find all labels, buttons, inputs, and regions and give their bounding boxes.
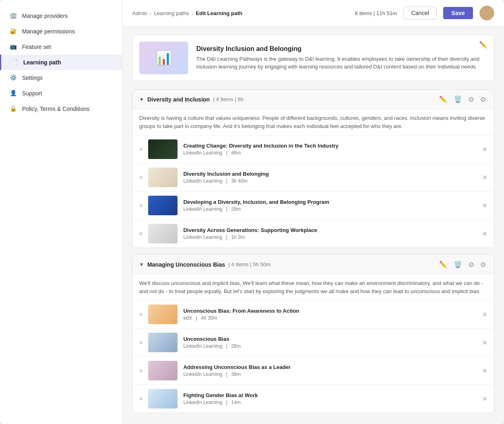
course-duration: 1h 3m bbox=[231, 234, 244, 240]
sidebar-item-label: Manage providers bbox=[22, 13, 68, 19]
feature-set-icon: 📺 bbox=[10, 43, 17, 51]
drag-handle[interactable]: ≡ bbox=[139, 339, 142, 346]
drag-handle[interactable]: ≡ bbox=[139, 311, 142, 318]
section-meta-managing-unconscious-bias: | 4 Items | 5h 50m bbox=[228, 261, 271, 267]
sidebar-item-label: Manage permissions bbox=[22, 28, 75, 35]
delete-icon-managing-unconscious-bias[interactable]: 🗑️ bbox=[452, 260, 464, 269]
course-title: Fighting Gender Bias at Work bbox=[183, 392, 476, 398]
breadcrumb-sep2: › bbox=[191, 10, 193, 16]
remove-course-button[interactable]: ✕ bbox=[482, 174, 487, 181]
drag-handle[interactable]: ≡ bbox=[139, 174, 142, 181]
breadcrumb-admin[interactable]: Admin bbox=[132, 10, 147, 16]
course-duration: 4h 30m bbox=[201, 315, 217, 321]
down-icon-managing-unconscious-bias[interactable]: ⊙ bbox=[479, 260, 487, 269]
course-row: ≡ Diversity Across Generations: Supporti… bbox=[133, 220, 494, 247]
breadcrumb: Admin › Learning paths › Edit Learning p… bbox=[132, 10, 242, 16]
course-subtitle: edX | 4h 30m bbox=[183, 315, 476, 321]
sidebar-item-feature-set[interactable]: 📺 Feature set bbox=[0, 39, 122, 55]
section-title-diversity-inclusion: Diversity and Inclusion bbox=[147, 96, 210, 103]
edit-icon-diversity-inclusion[interactable]: ✏️ bbox=[437, 95, 449, 104]
sidebar-item-manage-providers[interactable]: 🏢 Manage providers bbox=[0, 8, 122, 24]
section-header-managing-unconscious-bias: ▼ Managing Unconscious Bias | 4 Items | … bbox=[133, 255, 494, 274]
course-title: Unconscious Bias: From Awareness to Acti… bbox=[183, 308, 476, 314]
collapse-icon-managing-unconscious-bias[interactable]: ▼ bbox=[139, 262, 144, 267]
remove-course-button[interactable]: ✕ bbox=[482, 339, 487, 347]
course-duration: 28m bbox=[231, 343, 240, 349]
course-subtitle: LinkedIn Learning | 1h 3m bbox=[183, 234, 476, 240]
remove-course-button[interactable]: ✕ bbox=[482, 395, 487, 403]
manage-permissions-icon: 🔐 bbox=[10, 28, 17, 35]
section-header-left: ▼ Managing Unconscious Bias | 4 Items | … bbox=[139, 261, 271, 268]
drag-handle[interactable]: ≡ bbox=[139, 367, 142, 374]
course-row: ≡ Creating Change: Diversity and Inclusi… bbox=[133, 135, 494, 163]
section-meta-diversity-inclusion: | 4 Items | 6h bbox=[213, 96, 244, 102]
course-info: Creating Change: Diversity and Inclusion… bbox=[183, 143, 476, 156]
course-title: Creating Change: Diversity and Inclusion… bbox=[183, 143, 476, 149]
course-provider: LinkedIn Learning bbox=[183, 371, 222, 377]
course-info: Diversity Across Generations: Supporting… bbox=[183, 227, 476, 240]
course-duration: 14m bbox=[231, 400, 240, 405]
course-row: ≡ Unconscious Bias LinkedIn Learning | 2… bbox=[133, 329, 494, 357]
sidebar-item-support[interactable]: 👤 Support bbox=[0, 86, 122, 101]
drag-handle[interactable]: ≡ bbox=[139, 202, 142, 209]
course-provider: LinkedIn Learning bbox=[183, 150, 222, 156]
hero-edit-button[interactable]: ✏️ bbox=[479, 41, 487, 49]
section-title-managing-unconscious-bias: Managing Unconscious Bias bbox=[147, 261, 225, 268]
save-button[interactable]: Save bbox=[443, 7, 473, 19]
edit-icon-managing-unconscious-bias[interactable]: ✏️ bbox=[437, 260, 449, 269]
course-info: Unconscious Bias LinkedIn Learning | 28m bbox=[183, 336, 476, 349]
breadcrumb-learning-paths[interactable]: Learning paths bbox=[154, 10, 189, 16]
cancel-button[interactable]: Cancel bbox=[404, 7, 437, 20]
course-thumbnail bbox=[148, 361, 178, 380]
remove-course-button[interactable]: ✕ bbox=[482, 367, 487, 375]
course-info: Developing a Diversity, Inclusion, and B… bbox=[183, 199, 476, 212]
sidebar-item-learning-path[interactable]: 📄 Learning path bbox=[0, 55, 122, 70]
section-header-left: ▼ Diversity and Inclusion | 4 Items | 6h bbox=[139, 96, 244, 103]
drag-handle[interactable]: ≡ bbox=[139, 395, 142, 402]
section-actions-diversity-inclusion: ✏️ 🗑️ ⊙ ⊙ bbox=[437, 95, 487, 104]
sidebar-item-policy[interactable]: 🔒 Policy, Terms & Conditions bbox=[0, 101, 122, 117]
remove-course-button[interactable]: ✕ bbox=[482, 146, 487, 153]
learning-path-icon: 📄 bbox=[11, 59, 18, 66]
section-desc-diversity-inclusion: Diversity is having a culture that value… bbox=[133, 109, 494, 135]
up-icon-diversity-inclusion[interactable]: ⊙ bbox=[467, 95, 475, 104]
course-row: ≡ Developing a Diversity, Inclusion, and… bbox=[133, 192, 494, 220]
course-subtitle: LinkedIn Learning | 38m bbox=[183, 371, 476, 377]
collapse-icon-diversity-inclusion[interactable]: ▼ bbox=[139, 97, 144, 102]
sidebar-item-settings[interactable]: ⚙️ Settings bbox=[0, 70, 122, 86]
course-info: Unconscious Bias: From Awareness to Acti… bbox=[183, 308, 476, 321]
main-panel: Admin › Learning paths › Edit Learning p… bbox=[122, 0, 504, 424]
remove-course-button[interactable]: ✕ bbox=[482, 311, 487, 318]
sidebar-item-label: Settings bbox=[22, 75, 43, 81]
course-subtitle: LinkedIn Learning | 28m bbox=[183, 343, 476, 349]
drag-handle[interactable]: ≡ bbox=[139, 230, 142, 237]
hero-thumbnail: 📊 bbox=[139, 42, 188, 74]
course-subtitle: LinkedIn Learning | 46m bbox=[183, 150, 476, 156]
breadcrumb-sep1: › bbox=[150, 10, 151, 16]
course-provider: LinkedIn Learning bbox=[183, 206, 222, 212]
section-header-diversity-inclusion: ▼ Diversity and Inclusion | 4 Items | 6h… bbox=[133, 90, 494, 109]
sidebar-item-manage-permissions[interactable]: 🔐 Manage permissions bbox=[0, 24, 122, 39]
course-provider: LinkedIn Learning bbox=[183, 400, 222, 405]
hero-icon: 📊 bbox=[155, 50, 172, 66]
down-icon-diversity-inclusion[interactable]: ⊙ bbox=[479, 95, 487, 104]
content-area: 📊 Diversity Inclusion and Belonging The … bbox=[122, 26, 504, 424]
course-subtitle: LinkedIn Learning | 29m bbox=[183, 206, 476, 212]
drag-handle[interactable]: ≡ bbox=[139, 146, 142, 152]
course-provider: edX bbox=[183, 315, 192, 321]
remove-course-button[interactable]: ✕ bbox=[482, 230, 487, 238]
hero-card: 📊 Diversity Inclusion and Belonging The … bbox=[132, 35, 494, 81]
settings-icon: ⚙️ bbox=[10, 74, 17, 82]
sidebar-item-label: Learning path bbox=[23, 59, 61, 66]
course-title: Unconscious Bias bbox=[183, 336, 476, 342]
up-icon-managing-unconscious-bias[interactable]: ⊙ bbox=[467, 260, 475, 269]
course-provider: LinkedIn Learning bbox=[183, 234, 222, 240]
course-provider: LinkedIn Learning bbox=[183, 178, 222, 184]
avatar bbox=[480, 6, 494, 20]
section-actions-managing-unconscious-bias: ✏️ 🗑️ ⊙ ⊙ bbox=[437, 260, 487, 269]
delete-icon-diversity-inclusion[interactable]: 🗑️ bbox=[452, 95, 464, 104]
sidebar-item-label: Policy, Terms & Conditions bbox=[22, 106, 89, 112]
topbar-right: 8 items | 11h 51m Cancel Save bbox=[355, 6, 494, 20]
remove-course-button[interactable]: ✕ bbox=[482, 202, 487, 210]
course-thumbnail bbox=[148, 168, 178, 187]
